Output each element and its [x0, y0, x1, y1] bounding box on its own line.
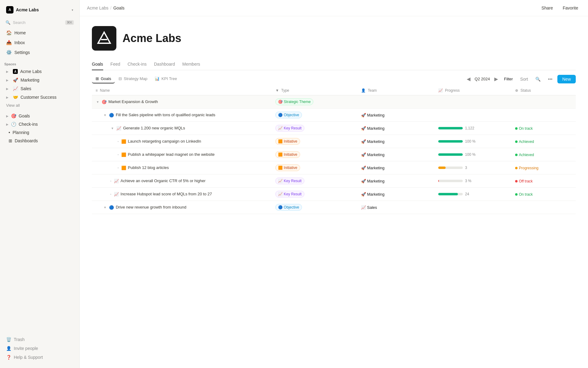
breadcrumb-workspace[interactable]: Acme Labs [87, 6, 108, 10]
view-all-link[interactable]: View all [2, 102, 77, 109]
invite-item[interactable]: 👤 Invite people [2, 344, 77, 353]
progress-value-label: 24 [465, 192, 469, 196]
tab-check-ins[interactable]: Check-ins [128, 59, 147, 70]
name-cell: •📈Achieve an overall Organic CTR of 5% o… [92, 174, 272, 188]
planning-tool-icon: • [9, 130, 10, 135]
progress-bar-fill [438, 127, 463, 129]
tool-item-check-ins[interactable]: ▶ 🕐 Check-ins [2, 120, 77, 128]
space-item-customer-success[interactable]: ▶ 🤝 Customer Success [2, 93, 77, 101]
progress-cell [435, 201, 512, 214]
share-button[interactable]: Share [539, 4, 555, 12]
type-badge: 📈 Key Result [275, 125, 304, 132]
nav-home[interactable]: 🏠 Home [2, 28, 77, 37]
row-name-label[interactable]: Fill the Sales pipeline with tons of qua… [116, 112, 215, 118]
nav-inbox[interactable]: 📥 Inbox [2, 38, 77, 47]
space-customer-success-label: Customer Success [21, 95, 56, 100]
progress-cell: 3 % [435, 174, 512, 188]
tool-item-goals[interactable]: ▶ 🎯 Goals [2, 112, 77, 120]
row-name-label[interactable]: Publish a whitepaper lead magnet on the … [128, 152, 215, 157]
page-tabs: Goals Feed Check-ins Dashboard Members [92, 59, 576, 70]
row-name-label[interactable]: Increase Hubspot lead score of MQLs from… [121, 191, 212, 197]
help-item[interactable]: ❓ Help & Support [2, 353, 77, 362]
period-label: Q2 2024 [473, 77, 491, 81]
space-item-marketing[interactable]: ▶ 🚀 Marketing [2, 76, 77, 84]
name-cell: •🟧Launch retargeting campaign on LinkedI… [92, 135, 272, 148]
status-cell [511, 201, 576, 214]
team-cell: 🚀 Marketing [357, 188, 435, 201]
type-cell: 📈 Key Result [272, 188, 357, 201]
view-tab-strategy-map[interactable]: ⊟ Strategy Map [115, 75, 151, 83]
help-icon: ❓ [6, 355, 11, 360]
settings-icon: ⚙️ [6, 50, 12, 55]
progress-value-label: 100 % [465, 152, 476, 157]
tab-goals[interactable]: Goals [92, 59, 103, 70]
tool-item-planning[interactable]: • Planning [2, 128, 77, 136]
progress-bar-fill [438, 140, 463, 143]
expand-button[interactable]: ▼ [103, 113, 107, 117]
sales-icon: 📈 [13, 86, 18, 91]
nav-settings[interactable]: ⚙️ Settings [2, 48, 77, 57]
filter-button[interactable]: Filter [502, 75, 515, 82]
new-button[interactable]: New [557, 75, 576, 83]
status-label: Achieved [519, 153, 534, 157]
row-name-label[interactable]: Drive new revenue growth from inbound [116, 205, 187, 210]
row-name-label[interactable]: Publish 12 blog articles [128, 165, 169, 171]
breadcrumb: Acme Labs / Goals [87, 6, 125, 10]
progress-cell: 100 % [435, 148, 512, 161]
view-tab-kpi-tree[interactable]: 📊 KPI Tree [151, 75, 181, 83]
progress-bar [438, 193, 463, 195]
trash-label: Trash [14, 337, 24, 342]
name-col-icon: ≡ [96, 88, 98, 93]
expand-button[interactable]: ▼ [103, 205, 107, 210]
chevron-right-icon: ▶ [6, 79, 10, 82]
type-cell: 🔵 Objective [272, 109, 357, 122]
row-type-icon: 🎯 [102, 100, 107, 104]
tab-feed[interactable]: Feed [111, 59, 120, 70]
trash-icon: 🗑️ [6, 337, 11, 342]
workspace-header[interactable]: A Acme Labs ▾ [2, 4, 77, 16]
dashboards-tool-icon: ⊞ [9, 138, 12, 143]
progress-value-label: 1,122 [465, 126, 474, 130]
search-icon: 🔍 [6, 20, 10, 25]
status-badge: Achieved [515, 140, 534, 144]
view-tab-goals[interactable]: ⊞ Goals [92, 75, 115, 83]
row-type-icon: 🟧 [121, 152, 126, 157]
row-name-label[interactable]: Launch retargeting campaign on LinkedIn [128, 139, 201, 144]
team-cell: 🚀 Marketing [357, 174, 435, 188]
topbar: Acme Labs / Goals Share Favorite [80, 0, 588, 16]
row-name-label[interactable]: Market Expansion & Growth [108, 99, 158, 105]
team-cell: 🚀 Marketing [357, 122, 435, 135]
tool-item-dashboards[interactable]: ⊞ Dashboards [2, 137, 77, 145]
sort-button[interactable]: Sort [518, 75, 531, 83]
type-cell: 🟧 Initiative [272, 161, 357, 174]
table-row: •📈Increase Hubspot lead score of MQLs fr… [92, 188, 576, 201]
status-label: On track [519, 126, 533, 131]
favorite-button[interactable]: Favorite [560, 4, 581, 12]
more-options-button[interactable]: ••• [545, 75, 555, 83]
space-item-sales[interactable]: ▶ 📈 Sales [2, 85, 77, 93]
progress-bar [438, 153, 463, 156]
expand-button[interactable]: ▼ [96, 100, 100, 104]
row-name-label[interactable]: Achieve an overall Organic CTR of 5% or … [121, 178, 205, 184]
tab-members[interactable]: Members [182, 59, 200, 70]
space-marketing-label: Marketing [21, 78, 39, 82]
tool-check-ins-label: Check-ins [19, 122, 38, 127]
th-progress: 📈 Progress [435, 86, 512, 95]
prev-period-button[interactable]: ◀ [466, 75, 472, 83]
goals-view-icon: ⊞ [96, 76, 99, 81]
home-icon: 🏠 [6, 30, 12, 36]
space-item-acme-labs[interactable]: ▶ A Acme Labs [2, 67, 77, 75]
search-bar[interactable]: 🔍 Search ⌘K [2, 18, 77, 27]
status-dot-icon [515, 180, 518, 182]
nav-inbox-label: Inbox [14, 40, 25, 45]
expand-button[interactable]: ▼ [110, 126, 115, 131]
sidebar: A Acme Labs ▾ 🔍 Search ⌘K 🏠 Home 📥 Inbox… [0, 0, 80, 368]
trash-item[interactable]: 🗑️ Trash [2, 335, 77, 344]
row-name-label[interactable]: Generate 1.200 new organic MQLs [123, 125, 185, 131]
tab-dashboard[interactable]: Dashboard [154, 59, 175, 70]
search-button[interactable]: 🔍 [533, 75, 543, 83]
table-row: •🟧Launch retargeting campaign on LinkedI… [92, 135, 576, 148]
next-period-button[interactable]: ▶ [493, 75, 499, 83]
period-nav: ◀ Q2 2024 ▶ [466, 75, 499, 83]
customer-success-icon: 🤝 [13, 95, 18, 100]
